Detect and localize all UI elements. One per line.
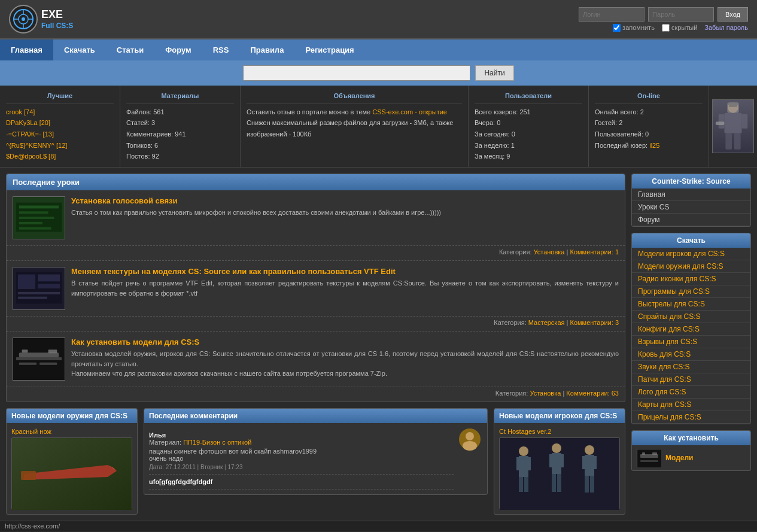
article-3-title[interactable]: Как установить модели для CS:S [71,338,619,346]
best-user-5[interactable]: $De@dpooL$ [8] [6,153,56,160]
stats-best: Лучшие crook [74] DPaKy3La [20] -=СТРАЖ=… [0,86,120,167]
article-1-category[interactable]: Установка [534,248,565,256]
logo-icon [9,5,38,34]
sidebar-dl-radio-icons[interactable]: Радио иконки для CS:S [632,273,750,285]
remember-label[interactable]: запомнить [613,24,655,32]
article-3-meta: Категория: Установка | Комментарии: 63 [7,387,625,402]
nav-item-rss[interactable]: RSS [202,39,240,60]
svg-rect-64 [637,449,661,467]
sidebar-link-forum[interactable]: Форум [632,214,750,226]
how-install-link[interactable]: Модели [665,454,693,462]
svg-rect-25 [18,275,35,289]
svg-point-58 [585,445,594,455]
sidebar-dl-programs[interactable]: Программы для CS:S [632,285,750,298]
stats-guests: Гостей: 2 [595,119,622,126]
sidebar-dl-crosshairs[interactable]: Прицелы для CS:S [632,411,750,424]
article-3: Как установить модели для CS:S Установка… [7,332,625,387]
article-2-content: Меняем текстуры на моделях CS: Source ил… [71,267,619,310]
best-user-3[interactable]: -=СТРАЖ=- [13] [6,130,54,138]
stats-ads-link[interactable]: CSS-exe.com - открытие [372,108,447,115]
stats-comments: Комментариев: 941 [126,130,186,138]
article-1-comments[interactable]: Комментарии: 1 [570,248,619,256]
nav-item-register[interactable]: Регистрация [294,39,364,60]
svg-rect-41 [21,471,36,480]
players-link[interactable]: Ct Hostages ver.2 [499,428,620,435]
svg-rect-57 [557,474,561,492]
article-3-category[interactable]: Установка [530,390,561,397]
login-input[interactable] [579,7,644,22]
sidebar-dl-sounds[interactable]: Звуки для CS:S [632,361,750,373]
nav-item-articles[interactable]: Статьи [106,39,154,60]
sidebar-dl-sprites[interactable]: Спрайты для CS:S [632,311,750,323]
password-input[interactable] [648,7,714,22]
best-user-1[interactable]: crook [74] [6,108,35,115]
nav-item-home[interactable]: Главная [0,39,53,60]
remember-checkbox[interactable] [613,24,621,32]
article-3-thumb [13,338,65,381]
best-user-4[interactable]: ^{Ru$}^KENNY^ [12] [6,142,67,149]
svg-rect-18 [19,206,59,209]
sidebar-link-home[interactable]: Главная [632,189,750,201]
auth-checkboxes: запомнить скрытый Забыл пароль [613,24,748,32]
article-2-category[interactable]: Мастерская [528,319,565,326]
svg-rect-67 [652,452,657,455]
article-2-desc: В статье пойдет речь о программе VTF Edi… [71,278,619,298]
stats-last-user-link[interactable]: il25 [649,142,659,149]
nav-item-rules[interactable]: Правила [239,39,294,60]
comment-1: Илья Материал: ПП19-Бизон с оптикой паца… [149,428,454,475]
svg-point-44 [463,441,477,451]
sidebar-dl-maps[interactable]: Карты для CS:S [632,399,750,411]
auth-fields: Вход [579,7,748,22]
stats-yesterday: Вчера: 0 [475,119,500,126]
comment-1-material-link[interactable]: ПП19-Бизон с оптикой [183,439,251,446]
forgot-link[interactable]: Забыл пароль [704,24,748,31]
sidebar-dl-logos[interactable]: Лого для CS:S [632,386,750,399]
weapons-link[interactable]: Красный нож [11,428,132,435]
sidebar-dl-explosions[interactable]: Взрывы для CS:S [632,336,750,348]
sidebar-dl-configs[interactable]: Конфиги для CS:S [632,323,750,336]
stats-materials: Материалы Файлов: 561 Статей: 3 Коммента… [120,86,241,167]
svg-rect-66 [642,452,645,455]
search-input[interactable] [243,65,470,81]
stats-users: Пользователи Всего юзеров: 251 Вчера: 0 … [469,86,589,167]
sidebar-dl-player-models[interactable]: Модели игроков для CS:S [632,248,750,260]
svg-rect-31 [19,352,59,357]
stats-users-header: Пользователи [475,90,582,104]
best-user-2[interactable]: DPaKy3La [20] [6,119,50,126]
sidebar-css-header: Counter-Strike: Source [632,174,750,189]
nav-item-download[interactable]: Скачать [53,39,106,60]
comments-section: Последние комментарии Илья Материал: ПП1… [144,408,488,495]
players-col: Новые модели игроков для CS:S Ct Hostage… [494,408,625,515]
svg-rect-8 [724,113,741,133]
sidebar-howto-header: Как установить [632,431,750,445]
hidden-checkbox[interactable] [662,24,670,32]
svg-point-6 [22,17,25,21]
sidebar-dl-blood[interactable]: Кровь для CS:S [632,348,750,361]
article-1-title[interactable]: Установка голосовой связи [71,196,619,205]
svg-point-43 [466,432,474,440]
stats-ads-header: Объявления [247,90,462,104]
sidebar-dl-weapon-models[interactable]: Модели оружия для CS:S [632,260,750,273]
stats-users-online: Пользователей: 0 [595,130,649,138]
svg-rect-68 [640,460,658,462]
hidden-label[interactable]: скрытый [662,24,697,32]
article-2-comments[interactable]: Комментарии: 3 [570,319,619,326]
search-button[interactable]: Найти [475,65,513,81]
stats-ads-text2: Снижен максимальный размер файлов для за… [247,119,453,138]
article-2-title[interactable]: Меняем текстуры на моделях CS: Source ил… [71,267,619,276]
svg-rect-49 [526,457,531,470]
main: Последние уроки Установка голосовой [0,168,757,521]
stats-today: За сегодня: 0 [475,130,515,138]
sidebar-dl-patches[interactable]: Патчи для CS:S [632,373,750,386]
weapons-content: Красный нож [7,423,137,514]
svg-rect-51 [524,477,528,492]
nav-item-forum[interactable]: Форум [154,39,202,60]
login-button[interactable]: Вход [718,7,748,22]
article-3-comments[interactable]: Комментарии: 63 [566,390,619,397]
players-header: Новые модели игроков для CS:S [494,409,625,423]
svg-rect-28 [18,292,60,294]
sidebar-dl-shots[interactable]: Выстрелы для CS:S [632,298,750,311]
comment-1-material: Материал: ПП19-Бизон с оптикой [149,439,454,446]
sidebar-link-lessons[interactable]: Уроки CS [632,201,750,214]
statusbar-url: http://css-exe.com/ [5,522,60,530]
